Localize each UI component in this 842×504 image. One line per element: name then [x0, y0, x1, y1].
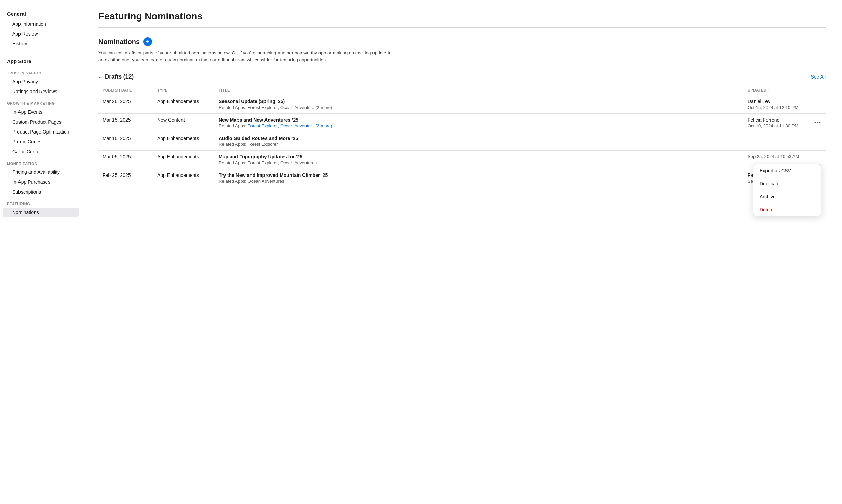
related-apps: Related Apps: Ocean Adventures: [219, 179, 739, 184]
sort-arrow-icon: ↑: [768, 88, 770, 92]
sidebar-app-store-title: App Store: [0, 56, 82, 66]
see-all-link[interactable]: See All: [811, 74, 826, 80]
related-apps: Related Apps: Forest Explorer, Ocean Adv…: [219, 105, 739, 110]
dropdown-export-csv[interactable]: Export as CSV: [753, 164, 821, 177]
table-row: Mar 05, 2025App EnhancementsMap and Topo…: [98, 150, 826, 169]
sidebar-item-ratings-reviews[interactable]: Ratings and Reviews: [3, 87, 79, 96]
sidebar-divider-1: [5, 52, 76, 52]
sidebar: General App Information App Review Histo…: [0, 0, 82, 504]
main-content: Featuring Nominations Nominations + You …: [82, 0, 842, 504]
drafts-header: ⌄ Drafts (12) See All: [98, 73, 826, 80]
related-apps-value: Forest Explorer: [248, 142, 278, 147]
sidebar-item-app-review[interactable]: App Review: [3, 29, 79, 39]
related-apps-label: Related Apps:: [219, 160, 248, 165]
sidebar-featuring-header: FEATURING: [0, 197, 82, 207]
cell-updated: Daniel LeviOct 15, 2024 at 12:10 PM: [744, 95, 826, 113]
sidebar-item-history[interactable]: History: [3, 39, 79, 48]
sidebar-item-promo-codes[interactable]: Promo Codes: [3, 137, 79, 146]
page-title: Featuring Nominations: [98, 11, 826, 22]
cell-updated: [744, 132, 826, 150]
sidebar-general-title: General: [0, 8, 82, 19]
cell-publish-date: Mar 15, 2025: [98, 113, 153, 132]
dropdown-archive[interactable]: Archive: [753, 190, 821, 203]
cell-title: Try the New and Improved Mountain Climbe…: [215, 169, 744, 187]
sidebar-item-app-privacy[interactable]: App Privacy: [3, 77, 79, 86]
sidebar-item-pricing-availability[interactable]: Pricing and Availability: [3, 167, 79, 177]
cell-publish-date: Mar 20, 2025: [98, 95, 153, 113]
add-nomination-button[interactable]: +: [143, 37, 152, 46]
related-apps-label: Related Apps:: [219, 179, 248, 184]
cell-publish-date: Feb 25, 2025: [98, 169, 153, 187]
updater-name: Felicia Ferrone: [748, 117, 812, 123]
cell-type: App Enhancements: [153, 169, 215, 187]
nominations-section-title: Nominations: [98, 38, 140, 46]
related-apps-value: Ocean Adventures: [248, 179, 284, 184]
nomination-title: Try the New and Improved Mountain Climbe…: [219, 172, 739, 178]
related-apps-value: Forest Explorer, Ocean Adventures: [248, 160, 317, 165]
drafts-title: Drafts (12): [105, 73, 134, 80]
cell-publish-date: Mar 05, 2025: [98, 150, 153, 169]
cell-publish-date: Mar 10, 2025: [98, 132, 153, 150]
row-actions-button[interactable]: •••: [812, 118, 823, 127]
related-apps: Related Apps: Forest Explorer, Ocean Adv…: [219, 123, 739, 128]
nominations-description: You can edit drafts or parts of your sub…: [98, 50, 392, 64]
related-apps-value: Forest Explorer, Ocean Adventur...(2 mor…: [248, 105, 332, 110]
sidebar-trust-safety-header: TRUST & SAFETY: [0, 66, 82, 76]
nomination-title: Audio Guided Routes and More '25: [219, 136, 739, 141]
row-context-menu: Export as CSV Duplicate Archive Delete: [753, 164, 821, 216]
sidebar-item-in-app-events[interactable]: In-App Events: [3, 107, 79, 117]
cell-type: App Enhancements: [153, 150, 215, 169]
dropdown-delete[interactable]: Delete: [753, 203, 821, 216]
sidebar-monetization-header: MONETIZATION: [0, 157, 82, 167]
th-title: TITLE: [215, 85, 744, 95]
sidebar-growth-marketing-header: GROWTH & MARKETING: [0, 97, 82, 107]
sidebar-item-product-page-optimization[interactable]: Product Page Optimization: [3, 127, 79, 137]
nominations-table: PUBLISH DATE TYPE TITLE UPDATED ↑ Mar 20…: [98, 85, 826, 187]
related-apps-value[interactable]: Forest Explorer, Ocean Adventur...(2 mor…: [248, 123, 332, 128]
sidebar-item-in-app-purchases[interactable]: In-App Purchases: [3, 177, 79, 187]
page-divider: [98, 27, 826, 28]
drafts-title-row: ⌄ Drafts (12): [98, 73, 134, 80]
update-date: Sep 25, 2024 at 10:53 AM: [748, 154, 812, 159]
update-date: Oct 15, 2024 at 12:10 PM: [748, 105, 812, 110]
nomination-title: Seasonal Update (Spring '25): [219, 99, 739, 104]
table-row: Feb 25, 2025App EnhancementsTry the New …: [98, 169, 826, 187]
table-header-row: PUBLISH DATE TYPE TITLE UPDATED ↑: [98, 85, 826, 95]
update-date: Oct 10, 2024 at 11:30 PM: [748, 123, 812, 128]
cell-title: Audio Guided Routes and More '25Related …: [215, 132, 744, 150]
related-apps: Related Apps: Forest Explorer: [219, 142, 739, 147]
nominations-section-header: Nominations +: [98, 37, 826, 46]
updater-name: Daniel Levi: [748, 99, 812, 104]
related-apps-label: Related Apps:: [219, 142, 248, 147]
nomination-title: Map and Topography Updates for '25: [219, 154, 739, 159]
cell-type: New Content: [153, 113, 215, 132]
cell-type: App Enhancements: [153, 132, 215, 150]
sidebar-item-app-information[interactable]: App Information: [3, 19, 79, 29]
related-apps-label: Related Apps:: [219, 105, 248, 110]
sidebar-item-game-center[interactable]: Game Center: [3, 147, 79, 156]
table-row: Mar 20, 2025App EnhancementsSeasonal Upd…: [98, 95, 826, 113]
related-apps: Related Apps: Forest Explorer, Ocean Adv…: [219, 160, 739, 165]
sidebar-item-subscriptions[interactable]: Subscriptions: [3, 187, 79, 197]
related-apps-label: Related Apps:: [219, 123, 248, 128]
cell-title: New Maps and New Adventures '25Related A…: [215, 113, 744, 132]
drafts-collapse-icon[interactable]: ⌄: [98, 74, 102, 79]
sidebar-item-custom-product-pages[interactable]: Custom Product Pages: [3, 117, 79, 127]
sidebar-item-nominations[interactable]: Nominations: [3, 208, 79, 217]
th-publish-date: PUBLISH DATE: [98, 85, 153, 95]
cell-title: Seasonal Update (Spring '25)Related Apps…: [215, 95, 744, 113]
nomination-title: New Maps and New Adventures '25: [219, 117, 739, 123]
table-row: Mar 10, 2025App EnhancementsAudio Guided…: [98, 132, 826, 150]
th-updated: UPDATED ↑: [744, 85, 826, 95]
th-type: TYPE: [153, 85, 215, 95]
table-row: Mar 15, 2025New ContentNew Maps and New …: [98, 113, 826, 132]
cell-title: Map and Topography Updates for '25Relate…: [215, 150, 744, 169]
dropdown-duplicate[interactable]: Duplicate: [753, 177, 821, 190]
cell-type: App Enhancements: [153, 95, 215, 113]
cell-updated: Felicia FerroneOct 10, 2024 at 11:30 PM•…: [744, 113, 826, 132]
